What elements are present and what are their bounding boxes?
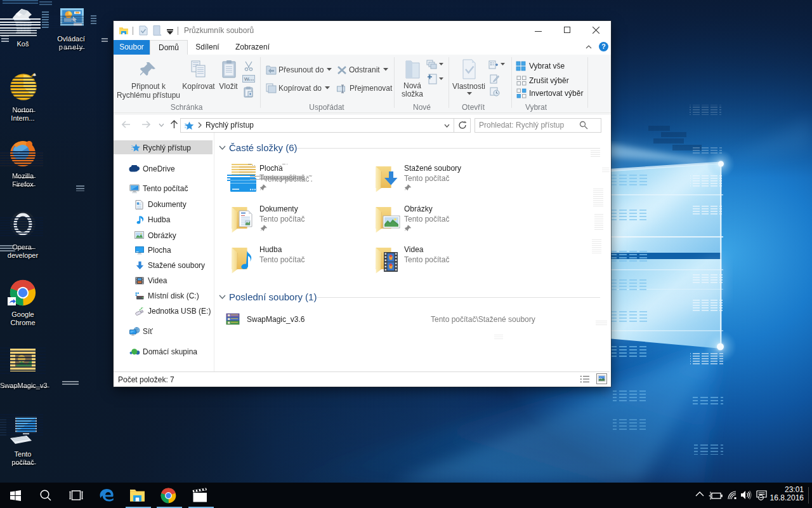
svg-text:W: W: [244, 76, 249, 82]
